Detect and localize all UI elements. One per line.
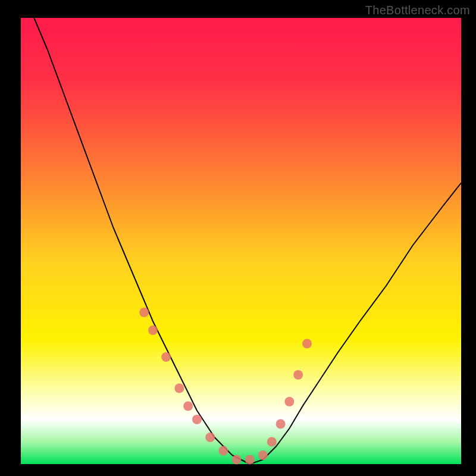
sample-dot bbox=[302, 339, 312, 349]
sample-dot bbox=[232, 455, 242, 465]
plot-background bbox=[21, 18, 461, 464]
sample-dot bbox=[258, 450, 268, 460]
sample-dot bbox=[148, 325, 158, 335]
sample-dot bbox=[205, 433, 215, 442]
sample-dot bbox=[192, 415, 202, 424]
sample-dot bbox=[161, 352, 171, 362]
sample-dot bbox=[183, 402, 193, 411]
sample-dot bbox=[218, 446, 228, 456]
sample-dot bbox=[293, 370, 303, 380]
watermark-text: TheBottleneck.com bbox=[365, 4, 470, 17]
sample-dot bbox=[267, 437, 277, 447]
bottleneck-chart bbox=[0, 0, 476, 476]
sample-dot bbox=[245, 455, 255, 465]
chart-frame: TheBottleneck.com bbox=[0, 0, 476, 476]
sample-dot bbox=[174, 384, 184, 393]
sample-dot bbox=[139, 308, 149, 317]
sample-dot bbox=[284, 397, 294, 406]
sample-dot bbox=[276, 419, 286, 429]
